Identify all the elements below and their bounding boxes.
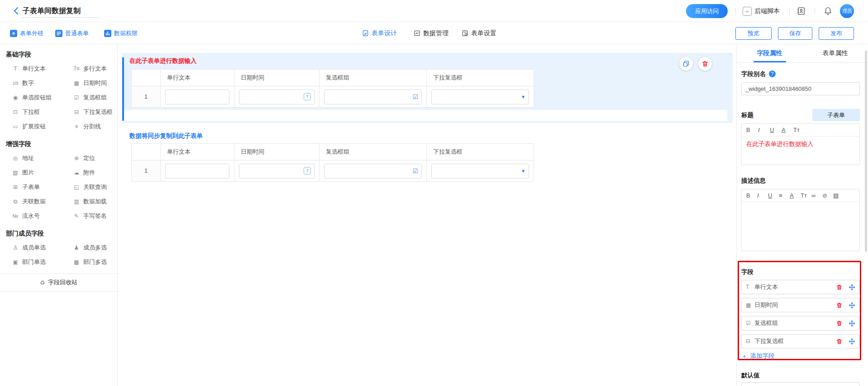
move-field-handle[interactable] (849, 284, 855, 291)
delete-field-button[interactable] (836, 284, 843, 291)
fields-section-label: 字段 (741, 268, 860, 276)
preview-button[interactable]: 预览 (735, 27, 772, 40)
sidebar-field-item[interactable]: ▧图片 (11, 165, 72, 180)
text-cell-input[interactable] (165, 164, 229, 179)
field-label: 附件 (83, 169, 95, 177)
member-single-icon: ♙ (11, 245, 19, 251)
sidebar-field-item[interactable]: T单行文本 (11, 61, 72, 76)
sidebar-field-item[interactable]: ♙成员单选 (11, 240, 72, 255)
help-icon[interactable]: ? (769, 71, 776, 77)
copy-widget-button[interactable] (679, 57, 693, 71)
form-canvas[interactable]: 在此子表单进行数据输入 单行文本 日期时间 复选框组 下拉复选框 1 7 ☑ ▼ (118, 44, 736, 386)
subform-field-row[interactable]: T 单行文本 (741, 280, 860, 294)
checkbox-cell-input[interactable]: ☑ (324, 164, 422, 179)
sidebar-field-item[interactable]: 123数字 (11, 76, 72, 90)
sidebar-field-item[interactable]: ▦日期时间 (72, 76, 123, 90)
tab-data-management[interactable]: 数据管理 (414, 22, 448, 44)
sidebar-field-item[interactable]: ▣部门单选 (11, 255, 72, 269)
delete-field-button[interactable] (836, 320, 843, 327)
checkbox-cell-input[interactable]: ☑ (324, 89, 422, 104)
link-icon[interactable]: ∞ (811, 192, 822, 199)
delete-field-button[interactable] (836, 302, 843, 309)
sidebar-field-item[interactable]: ♟成员多选 (72, 240, 123, 255)
subform-field-row[interactable]: ⊟ 下拉复选框 (741, 334, 860, 348)
sidebar-field-item[interactable]: ▩部门多选 (72, 255, 123, 269)
dropdown-cell-input[interactable]: ▼ (431, 164, 529, 179)
dropdown-cell-input[interactable]: ▼ (431, 89, 529, 104)
sidebar-field-item[interactable]: ▭扩展按钮 (11, 119, 72, 134)
insert-image-icon[interactable]: ▨ (833, 192, 844, 199)
tab-form-settings[interactable]: 表单设置 (462, 22, 496, 44)
subform-widget-source[interactable]: 在此子表单进行数据输入 单行文本 日期时间 复选框组 下拉复选框 1 7 ☑ ▼ (122, 53, 733, 123)
title-content[interactable]: 在此子表单进行数据输入 (742, 137, 859, 165)
avatar[interactable]: 理员 (840, 4, 854, 18)
sidebar-field-item[interactable]: №流水号 (11, 209, 72, 223)
sidebar-field-item[interactable]: ⊞子表单 (11, 180, 72, 194)
sidebar-field-item[interactable]: ◱关联查询 (72, 180, 123, 194)
sidebar-field-item[interactable]: ⊕定位 (72, 151, 123, 165)
sidebar-field-item[interactable]: T≡多行文本 (72, 61, 123, 76)
contacts-icon[interactable] (796, 6, 806, 16)
field-recycle-bin-button[interactable]: ♻ 字段回收站 (0, 273, 117, 292)
sidebar-field-item[interactable]: ⊡下拉框 (11, 105, 72, 119)
sidebar-field-item[interactable]: ▥数据加载 (72, 194, 123, 209)
sidebar-field-item[interactable]: ◉单选按钮组 (11, 90, 72, 105)
bold-button[interactable]: B (746, 127, 758, 133)
tab-form-design[interactable]: 表单设计 (362, 22, 397, 44)
add-field-button[interactable]: ＋ 添加字段 (741, 352, 775, 360)
text-cell-input[interactable] (165, 89, 229, 104)
delete-field-button[interactable] (836, 338, 843, 345)
description-richtext-editor: B I U ≡ A Tт ∞ ⊘ ▨ (741, 189, 860, 251)
subform-widget-target[interactable]: 数据将同步复制到此子表单 单行文本 日期时间 复选框组 下拉复选框 1 7 ☑ … (122, 128, 733, 184)
link-label: 数据权限 (114, 29, 138, 38)
default-value-select[interactable]: 自定义 ▼ (741, 382, 860, 386)
sidebar-field-item[interactable]: ≡分割线 (72, 119, 123, 134)
tab-form-properties[interactable]: 表单属性 (802, 44, 868, 62)
save-button[interactable]: 保存 (778, 27, 812, 40)
unlink-icon[interactable]: ⊘ (822, 192, 833, 199)
backend-script-button[interactable]: 后端脚本 (754, 7, 780, 15)
italic-button[interactable]: I (758, 127, 770, 133)
underline-button[interactable]: U (768, 192, 779, 199)
sidebar-field-item[interactable]: ⊟下拉复选框 (72, 105, 123, 119)
sidebar-field-item[interactable]: ☑复选框组 (72, 90, 123, 105)
subform-field-row[interactable]: ☑ 复选框组 (741, 316, 860, 330)
color-button[interactable]: A (782, 127, 793, 133)
move-field-handle[interactable] (849, 338, 855, 345)
panel-scrollbar[interactable] (865, 51, 867, 252)
color-button[interactable]: A (790, 192, 801, 199)
app-access-button[interactable]: 应用访问 (686, 4, 728, 18)
title-label: 标题 (741, 111, 754, 119)
bold-button[interactable]: B (746, 192, 757, 199)
widget-type-badge[interactable]: 子表单 (812, 109, 860, 121)
subform-field-row[interactable]: ▦ 日期时间 (741, 298, 860, 312)
italic-button[interactable]: I (757, 192, 768, 199)
move-field-handle[interactable] (849, 302, 855, 309)
date-cell-input[interactable]: 7 (239, 164, 315, 179)
align-button[interactable]: ≡ (779, 192, 790, 199)
description-content[interactable] (742, 202, 859, 251)
data-permission-button[interactable]: 数据权限 (104, 22, 138, 44)
normal-form-button[interactable]: 普通表单 (55, 22, 89, 44)
back-icon[interactable] (12, 6, 21, 15)
field-label: 手写签名 (83, 212, 107, 220)
tab-field-properties[interactable]: 字段属性 (737, 44, 802, 62)
sidebar-field-item[interactable]: ☁附件 (72, 165, 123, 180)
underline-button[interactable]: U (770, 127, 782, 133)
form-external-link-button[interactable]: 表单外链 (10, 22, 43, 44)
date-cell-input[interactable]: 7 (239, 89, 315, 104)
fontsize-button[interactable]: Tт (801, 192, 811, 199)
move-field-handle[interactable] (849, 320, 855, 327)
field-alias-input[interactable] (741, 82, 860, 95)
publish-button[interactable]: 发布 (819, 27, 854, 40)
richtext-toolbar: B I U ≡ A Tт ∞ ⊘ ▨ (742, 189, 859, 202)
page-title[interactable]: 子表单间数据复制 (23, 6, 81, 16)
sidebar-field-item[interactable]: ✎手写签名 (72, 209, 123, 223)
button-icon: ▭ (11, 123, 19, 130)
sidebar-field-item[interactable]: ⧉关联数据 (11, 194, 72, 209)
fontsize-button[interactable]: Tт (793, 127, 805, 133)
copy-icon (682, 60, 690, 67)
bell-icon[interactable] (823, 6, 833, 16)
delete-widget-button[interactable] (698, 57, 712, 71)
sidebar-field-item[interactable]: ◎地址 (11, 151, 72, 165)
